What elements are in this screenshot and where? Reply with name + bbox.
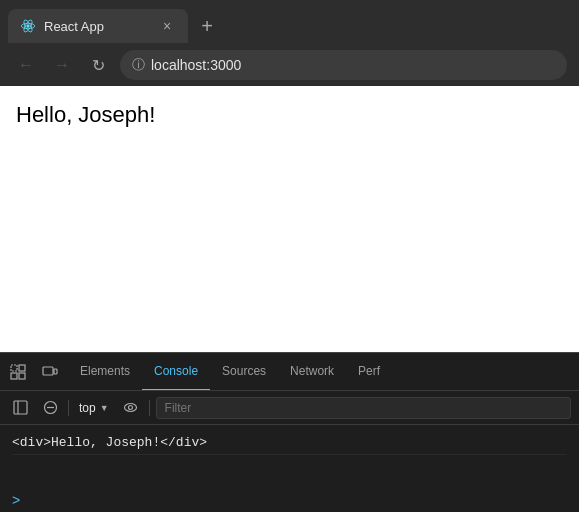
tab-bar: React App × +: [0, 0, 579, 44]
url-port: :3000: [206, 57, 241, 73]
sidebar-toggle-button[interactable]: [8, 396, 32, 420]
svg-rect-10: [14, 401, 27, 414]
tab-sources[interactable]: Sources: [210, 353, 278, 391]
devtools-tabs: Elements Console Sources Network Perf: [0, 353, 579, 391]
page-heading: Hello, Joseph!: [16, 102, 155, 127]
svg-rect-7: [19, 373, 25, 379]
nav-bar: ← → ↻ ⓘ localhost:3000: [0, 44, 579, 86]
svg-point-14: [125, 404, 137, 412]
clear-console-button[interactable]: [38, 396, 62, 420]
dropdown-arrow: ▼: [100, 403, 109, 413]
console-log-entry: <div>Hello, Joseph!</div>: [12, 431, 567, 455]
address-bar[interactable]: ⓘ localhost:3000: [120, 50, 567, 80]
console-caret: >: [12, 492, 20, 508]
toolbar-divider: [68, 400, 69, 416]
info-icon: ⓘ: [132, 56, 145, 74]
browser-chrome: React App × + ← → ↻ ⓘ localhost:3000: [0, 0, 579, 86]
devtools-panel: Elements Console Sources Network Perf: [0, 352, 579, 512]
tab-network[interactable]: Network: [278, 353, 346, 391]
console-prompt[interactable]: >: [0, 488, 579, 512]
url-host: localhost: [151, 57, 206, 73]
svg-rect-5: [19, 365, 25, 371]
eye-icon[interactable]: [119, 396, 143, 420]
console-output: <div>Hello, Joseph!</div>: [0, 425, 579, 488]
svg-rect-6: [11, 373, 17, 379]
svg-rect-8: [43, 367, 53, 375]
forward-button[interactable]: →: [48, 51, 76, 79]
svg-rect-4: [11, 365, 17, 371]
tab-title: React App: [44, 19, 150, 34]
react-icon: [20, 18, 36, 34]
svg-point-15: [129, 406, 133, 410]
devtools-toolbar: top ▼: [0, 391, 579, 425]
tab-console[interactable]: Console: [142, 353, 210, 391]
device-toolbar-icon[interactable]: [36, 358, 64, 386]
browser-tab-active[interactable]: React App ×: [8, 9, 188, 43]
new-tab-button[interactable]: +: [192, 11, 222, 41]
context-selector[interactable]: top ▼: [75, 399, 113, 417]
tab-close-button[interactable]: ×: [158, 17, 176, 35]
context-label: top: [79, 401, 96, 415]
svg-point-0: [26, 24, 29, 27]
page-content: Hello, Joseph!: [0, 86, 579, 352]
inspect-element-icon[interactable]: [4, 358, 32, 386]
tab-elements[interactable]: Elements: [68, 353, 142, 391]
reload-button[interactable]: ↻: [84, 51, 112, 79]
svg-rect-9: [54, 369, 57, 374]
tab-performance[interactable]: Perf: [346, 353, 392, 391]
url-display: localhost:3000: [151, 57, 241, 73]
filter-input[interactable]: [156, 397, 571, 419]
toolbar-divider-2: [149, 400, 150, 416]
back-button[interactable]: ←: [12, 51, 40, 79]
